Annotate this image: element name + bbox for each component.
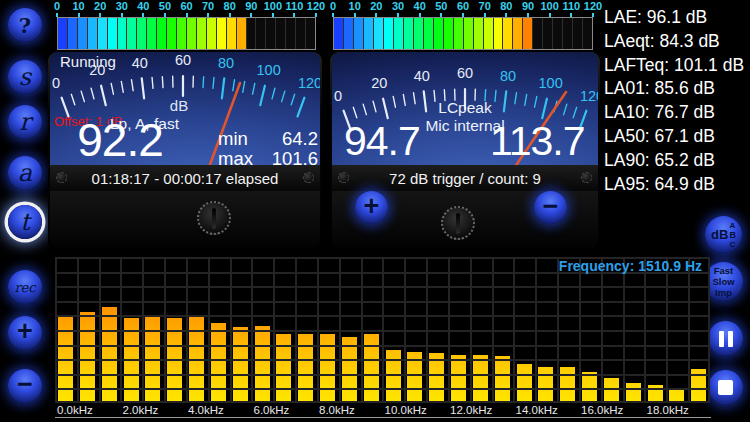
led-segment [157, 18, 167, 49]
led-scale-tick: 120 [580, 0, 606, 12]
spectrum-bar [429, 353, 444, 403]
pause-icon [719, 331, 733, 347]
meter-face-left: 020406080100120 Running dB Offset: 1 dB … [50, 52, 320, 165]
dial-tick [121, 81, 123, 92]
led-segment [286, 18, 296, 49]
spectrum-bar [145, 317, 160, 403]
led-scale-right: 0102030405060708090100110120 [330, 0, 600, 17]
stat-la01: LA01: 85.6 dB [604, 78, 750, 102]
spectrum-bar [298, 334, 313, 403]
spectrum-bar [102, 307, 117, 403]
led-segment [523, 18, 533, 49]
weighting-options: ABC [729, 221, 736, 249]
sidebar-button-minus-label: − [17, 371, 33, 398]
spectrum-bar [648, 385, 663, 403]
led-segment [237, 18, 247, 49]
adjust-knob[interactable] [197, 201, 231, 235]
response-option-imp: Imp [712, 287, 734, 298]
spectrum-bar [517, 364, 532, 403]
spectrum-bar [473, 355, 488, 403]
stop-button[interactable] [708, 370, 743, 405]
response-option-slow: Slow [712, 276, 734, 287]
weighting-button[interactable]: dB ABC [705, 216, 742, 253]
dial-tick [81, 91, 84, 102]
led-segment [247, 18, 257, 49]
meter-panel-right: + − [332, 191, 598, 248]
led-segment [177, 18, 187, 49]
dial-tick [291, 94, 295, 104]
frequency-axis-label: 18.0kHz [647, 404, 689, 416]
led-segment [118, 18, 128, 49]
dial-label: 0 [52, 75, 60, 91]
led-bar-right [333, 17, 593, 50]
frequency-axis-label: 6.0kHz [254, 404, 290, 416]
stat-la50: LA50: 67.1 dB [604, 126, 750, 150]
weighting-option-C: C [729, 240, 736, 249]
led-segment [444, 18, 454, 49]
sidebar-button-s[interactable]: s [8, 60, 42, 94]
meter-module-left: 020406080100120 Running dB Offset: 1 dB … [48, 52, 322, 250]
led-segment [88, 18, 98, 49]
frequency-readout: Frequency: 1510.9 Hz [559, 258, 702, 274]
dial-tick [243, 81, 245, 92]
dial-tick [222, 78, 224, 98]
dial-tick [213, 77, 214, 88]
led-segment [513, 18, 523, 49]
unit-label: dB [159, 98, 199, 115]
dial-label: 20 [371, 75, 387, 91]
dial-tick [101, 86, 106, 105]
minmax-readout: min 64.2 max 101.6 [218, 129, 318, 165]
sidebar-button-t[interactable]: t [8, 205, 42, 239]
sidebar-button-plus-label: + [17, 318, 33, 345]
sidebar-button-help-label: ? [19, 15, 31, 36]
trigger-text: 72 dB trigger / count: 9 [389, 170, 541, 187]
led-segment [474, 18, 484, 49]
led-segment [364, 18, 374, 49]
screw-icon [56, 172, 67, 183]
trigger-decrease-button[interactable]: − [534, 191, 567, 224]
sidebar-button-a[interactable]: a [8, 156, 42, 190]
stat-lafteq: LAFTeq: 101.1 dB [604, 55, 750, 79]
dial-label: 40 [414, 68, 430, 84]
led-segment [464, 18, 474, 49]
sidebar-button-help[interactable]: ? [8, 8, 42, 42]
spectrum-bar [604, 378, 619, 403]
min-label: min [218, 129, 253, 149]
led-segment [207, 18, 217, 49]
spectrum-bar [124, 318, 139, 403]
led-segment [573, 18, 583, 49]
dial-tick [152, 77, 153, 88]
sidebar-button-rec[interactable]: rec [8, 270, 42, 304]
trigger-increase-button[interactable]: + [355, 191, 388, 224]
dial-tick [282, 91, 285, 102]
led-segment [503, 18, 513, 49]
weighting-prefix: dB [711, 227, 728, 242]
spectrum-bar [626, 383, 641, 403]
led-segment [543, 18, 553, 49]
pause-button[interactable] [708, 321, 743, 356]
dial-label: 120 [298, 75, 320, 91]
screw-icon [581, 172, 592, 183]
spectrum-bar [276, 334, 291, 403]
led-segment [98, 18, 108, 49]
sidebar-button-r-label: r [19, 110, 30, 134]
dial-tick [203, 77, 204, 88]
frequency-axis-label: 14.0kHz [516, 404, 558, 416]
led-segment [127, 18, 137, 49]
frequency-axis-label: 12.0kHz [450, 404, 492, 416]
spectrum-bar [211, 323, 226, 403]
sidebar-button-plus[interactable]: + [8, 316, 42, 350]
peak-max-value: 113.7 [490, 119, 585, 164]
led-segment [344, 18, 354, 49]
led-segment [137, 18, 147, 49]
adjust-knob[interactable] [441, 206, 475, 240]
sidebar-button-r[interactable]: r [8, 105, 42, 139]
meter-module-right: 020406080100120 LCpeak Mic internal 94.7… [330, 52, 600, 250]
response-options: FastSlowImp [712, 265, 734, 298]
sidebar-button-minus[interactable]: − [8, 369, 42, 403]
response-option-fast: Fast [712, 265, 734, 276]
dial-tick [233, 80, 235, 91]
led-segment [187, 18, 197, 49]
spectrum-bar [364, 334, 379, 403]
frequency-axis-label: 2.0kHz [123, 404, 159, 416]
